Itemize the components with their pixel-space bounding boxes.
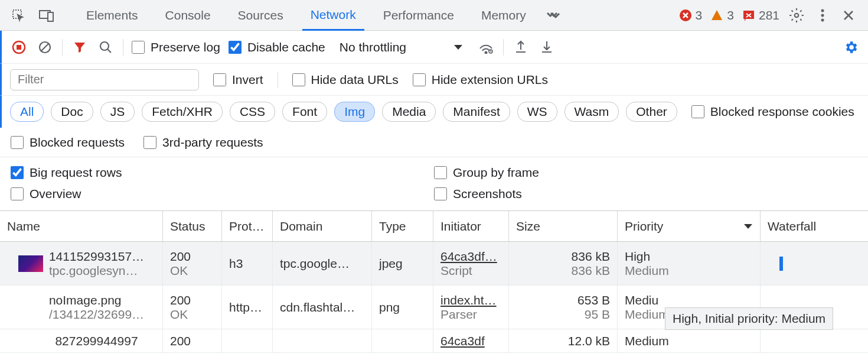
col-status[interactable]: Status (163, 211, 222, 241)
separator (503, 39, 504, 56)
blocked-requests-input[interactable] (11, 136, 24, 149)
tab-console[interactable]: Console (157, 0, 219, 30)
pill-other[interactable]: Other (626, 102, 677, 122)
kebab-icon[interactable] (814, 7, 831, 24)
filter-bar: Invert Hide data URLs Hide extension URL… (0, 64, 868, 96)
warning-badge[interactable]: 3 (710, 8, 734, 22)
preserve-log-label: Preserve log (151, 40, 220, 54)
cell-protocol (222, 329, 273, 352)
pill-wasm[interactable]: Wasm (564, 102, 619, 122)
pill-doc[interactable]: Doc (51, 102, 93, 122)
blocked-requests-checkbox[interactable]: Blocked requests (11, 135, 125, 150)
group-frame-label: Group by frame (453, 166, 539, 180)
pill-img[interactable]: Img (334, 102, 375, 122)
tab-sources[interactable]: Sources (230, 0, 292, 30)
cell-priority: Medium (618, 329, 761, 352)
table-row[interactable]: 827299944997 200 64ca3df 12.0 kB Medium (0, 329, 868, 353)
tab-elements[interactable]: Elements (78, 0, 146, 30)
filter-icon[interactable] (71, 38, 89, 56)
col-protocol[interactable]: Prot… (222, 211, 273, 241)
tab-memory[interactable]: Memory (473, 0, 534, 30)
col-initiator[interactable]: Initiator (433, 211, 509, 241)
network-conditions-icon[interactable] (477, 38, 495, 56)
network-settings-icon[interactable] (842, 38, 860, 56)
device-toggle-icon[interactable] (38, 7, 56, 24)
cell-waterfall (761, 242, 868, 285)
cell-status: 200 (163, 329, 222, 352)
hide-ext-input[interactable] (413, 73, 426, 86)
name-text: 141152993157… (49, 249, 144, 264)
col-name[interactable]: Name (0, 211, 163, 241)
screenshots-checkbox[interactable]: Screenshots (434, 187, 857, 201)
tab-performance[interactable]: Performance (375, 0, 462, 30)
preserve-log-checkbox[interactable]: Preserve log (132, 40, 220, 54)
blocked-cookies-input[interactable] (691, 105, 704, 118)
export-har-icon[interactable] (512, 38, 530, 56)
screenshots-input[interactable] (434, 187, 447, 200)
invert-input[interactable] (213, 73, 226, 86)
col-size[interactable]: Size (509, 211, 618, 241)
svg-point-12 (100, 42, 109, 50)
pill-css[interactable]: CSS (230, 102, 275, 122)
clear-icon[interactable] (36, 38, 54, 56)
svg-point-13 (485, 51, 487, 53)
invert-checkbox[interactable]: Invert (213, 73, 263, 87)
col-type[interactable]: Type (372, 211, 433, 241)
error-count: 3 (696, 8, 703, 22)
priority-tooltip: High, Initial priority: Medium (665, 307, 833, 330)
preserve-log-input[interactable] (132, 41, 145, 54)
record-icon[interactable] (10, 38, 28, 56)
overview-checkbox[interactable]: Overview (11, 187, 434, 201)
third-party-checkbox[interactable]: 3rd-party requests (143, 135, 263, 150)
cell-initiator: index.ht…Parser (433, 286, 509, 329)
hide-data-urls-checkbox[interactable]: Hide data URLs (292, 73, 399, 87)
pill-fetch[interactable]: Fetch/XHR (142, 102, 223, 122)
pill-ws[interactable]: WS (517, 102, 557, 122)
pill-manifest[interactable]: Manifest (443, 102, 510, 122)
error-badge[interactable]: 3 (679, 8, 703, 22)
pill-js[interactable]: JS (100, 102, 135, 122)
group-frame-checkbox[interactable]: Group by frame (434, 166, 857, 180)
topbar-left (0, 7, 65, 24)
group-frame-input[interactable] (434, 166, 447, 179)
pill-all[interactable]: All (10, 102, 44, 122)
name-sub: tpc.googlesyn… (49, 264, 144, 278)
throttling-select[interactable]: No throttling (334, 40, 469, 54)
filter-input[interactable] (10, 69, 199, 90)
hide-ext-urls-checkbox[interactable]: Hide extension URLs (413, 73, 548, 87)
message-badge[interactable]: 281 (742, 8, 779, 22)
hide-data-input[interactable] (292, 73, 305, 86)
cell-domain: tpc.google… (273, 242, 372, 285)
more-tabs-icon[interactable] (545, 7, 563, 24)
cell-name: 141152993157…tpc.googlesyn… (0, 242, 163, 285)
pill-font[interactable]: Font (282, 102, 327, 122)
overview-label: Overview (30, 187, 81, 201)
pill-media[interactable]: Media (382, 102, 436, 122)
blocked-cookies-checkbox[interactable]: Blocked response cookies (691, 105, 854, 119)
svg-point-5 (795, 13, 799, 17)
close-icon[interactable] (840, 7, 857, 24)
sort-desc-icon (743, 223, 753, 229)
cell-type: png (372, 286, 433, 329)
col-priority[interactable]: Priority (618, 211, 761, 241)
disable-cache-input[interactable] (229, 41, 242, 54)
third-party-input[interactable] (143, 136, 156, 149)
col-domain[interactable]: Domain (273, 211, 372, 241)
svg-rect-2 (48, 12, 53, 21)
inspect-icon[interactable] (9, 7, 27, 24)
big-rows-input[interactable] (11, 166, 24, 179)
big-rows-checkbox[interactable]: Big request rows (11, 166, 434, 180)
svg-point-6 (821, 9, 824, 12)
cell-status: 200OK (163, 286, 222, 329)
separator (278, 72, 278, 88)
cell-priority: HighMedium (618, 242, 761, 285)
settings-icon[interactable] (788, 7, 805, 24)
disable-cache-checkbox[interactable]: Disable cache (229, 40, 325, 54)
import-har-icon[interactable] (538, 38, 556, 56)
overview-input[interactable] (11, 187, 24, 200)
search-icon[interactable] (97, 38, 115, 56)
topbar-right: 3 3 281 (668, 7, 868, 24)
tab-network[interactable]: Network (302, 1, 364, 31)
table-row[interactable]: 141152993157…tpc.googlesyn… 200OK h3 tpc… (0, 242, 868, 286)
col-waterfall[interactable]: Waterfall (761, 211, 868, 241)
